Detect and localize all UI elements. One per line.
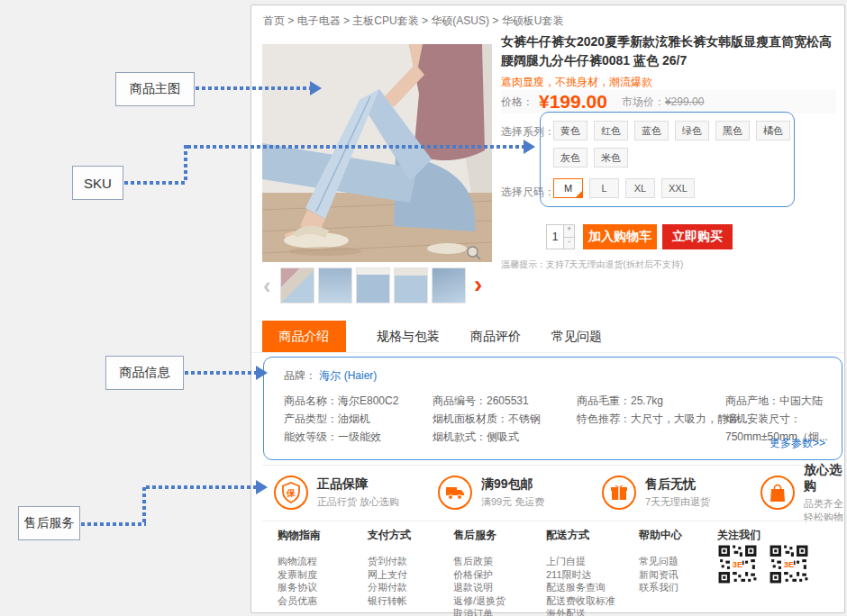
footer-col-title: 帮助中心	[639, 528, 682, 543]
info-item: 商品产地：中国大陆	[725, 392, 842, 410]
tab-faq[interactable]: 常见问题	[551, 321, 602, 352]
series-option[interactable]: 蓝色	[634, 121, 669, 140]
info-item: 商品名称：海尔E800C2	[284, 392, 398, 410]
annotation-line-main-image	[196, 86, 310, 90]
annotation-arrow-info	[256, 366, 268, 380]
size-option[interactable]: XL	[625, 178, 655, 198]
price-value: ¥199.00	[539, 91, 607, 113]
info-column-2: 商品编号：2605531 烟机面板材质：不锈钢 烟机款式：侧吸式	[433, 392, 541, 446]
quantity-input[interactable]: 1	[547, 225, 563, 249]
page: 首页 > 电子电器 > 主板CPU套装 > 华硕(ASUS) > 华硕板U套装	[0, 0, 847, 616]
annotation-line-aftersale-2	[142, 487, 146, 524]
thumbnail-5[interactable]	[432, 267, 466, 303]
footer-link[interactable]: 配送费收取标准	[546, 595, 615, 608]
size-option[interactable]: L	[589, 178, 619, 198]
service-badge-easy-shopping: 放心选购 品类齐全 轻松购物	[760, 471, 844, 514]
footer-link[interactable]: 新闻资讯	[639, 569, 682, 582]
series-option[interactable]: 黄色	[553, 121, 587, 140]
annotation-label-info: 商品信息	[105, 356, 184, 390]
footer-link[interactable]: 分期付款	[368, 582, 411, 594]
footer-link[interactable]: 配送服务查询	[546, 582, 615, 594]
footer-link[interactable]: 服务协议	[278, 582, 321, 594]
footer-link[interactable]: 会员优惠	[278, 595, 321, 608]
annotation-line-sku-3	[187, 145, 524, 149]
series-option[interactable]: 绿色	[675, 121, 709, 140]
footer-link[interactable]: 上门自提	[546, 556, 615, 568]
footer-link[interactable]: 联系我们	[639, 582, 682, 594]
brand-label: 品牌：	[284, 369, 316, 382]
product-info-box: 品牌： 海尔 (Haier) 商品名称：海尔E800C2 产品类型：油烟机 能效…	[263, 357, 842, 460]
thumbnail-2[interactable]	[318, 267, 352, 303]
footer-col-help: 帮助中心 常见问题 新闻资讯 联系我们	[639, 528, 682, 595]
footer-link[interactable]: 网上支付	[368, 569, 411, 582]
service-badge-free-shipping: 满99包邮 满99元 免运费	[438, 471, 544, 514]
annotation-line-sku-1	[124, 181, 187, 185]
size-option[interactable]: XXL	[661, 178, 695, 198]
breadcrumb[interactable]: 首页 > 电子电器 > 主板CPU套装 > 华硕(ASUS) > 华硕板U套装	[263, 14, 563, 29]
thumbnail-1[interactable]	[280, 267, 314, 303]
brand-link[interactable]: 海尔 (Haier)	[319, 369, 377, 382]
annotation-label-main-image: 商品主图	[115, 72, 195, 106]
thumbnail-next-icon[interactable]: ›	[474, 272, 482, 297]
footer-link[interactable]: 货到付款	[368, 556, 411, 568]
footer-link[interactable]: 常见问题	[639, 556, 682, 568]
footer-link[interactable]: 退款说明	[453, 582, 505, 594]
info-item: 商品编号：2605531	[433, 392, 541, 410]
shield-icon: 保	[274, 476, 308, 510]
series-option[interactable]: 米色	[594, 148, 628, 168]
footer-link[interactable]: 价格保护	[453, 569, 505, 582]
series-option[interactable]: 黑色	[715, 121, 750, 140]
footer-link[interactable]: 售后政策	[453, 556, 505, 568]
footer-link[interactable]: 取消订单	[453, 608, 505, 616]
thumbnail-strip	[280, 267, 466, 303]
tab-reviews[interactable]: 商品评价	[470, 321, 521, 352]
info-item: 烟机面板材质：不锈钢	[433, 410, 541, 428]
add-to-cart-button[interactable]: 加入购物车	[583, 224, 657, 249]
annotation-line-aftersale-3	[146, 485, 256, 489]
thumbnail-prev-icon[interactable]: ‹	[263, 274, 271, 297]
service-subtitle: 正品行货 放心选购	[317, 495, 399, 509]
series-option[interactable]: 橘色	[756, 121, 790, 140]
price-label: 价格：	[501, 95, 533, 110]
thumbnail-4[interactable]	[394, 267, 428, 303]
annotation-line-aftersale-1	[81, 522, 146, 526]
series-options-row-1: 黄色 红色 蓝色 绿色 黑色 橘色	[553, 121, 790, 140]
footer-link[interactable]: 发票制度	[278, 569, 321, 582]
truck-icon	[438, 476, 472, 510]
footer-link[interactable]: 海外配送	[546, 608, 615, 616]
product-detail-panel: 首页 > 电子电器 > 主板CPU套装 > 华硕(ASUS) > 华硕板U套装	[250, 5, 845, 613]
info-item: 烟机款式：侧吸式	[433, 428, 541, 446]
series-option[interactable]: 灰色	[553, 148, 587, 168]
market-price-value: ¥299.00	[665, 95, 704, 108]
footer-divider	[262, 521, 833, 521]
quantity-minus-icon[interactable]: -	[564, 238, 574, 249]
product-photo-illustration	[262, 44, 492, 262]
tab-product-intro[interactable]: 商品介绍	[262, 321, 346, 352]
buy-now-button[interactable]: 立即购买	[662, 224, 733, 249]
thumbnail-3[interactable]	[356, 267, 390, 303]
footer-col-aftersale: 售后服务 售后政策 价格保护 退款说明 返修/退换货 取消订单	[453, 528, 505, 616]
info-column-3: 商品毛重：25.7kg 特色推荐：大尺寸，大吸力，静音...	[577, 392, 748, 428]
product-promo-line: 遮肉显瘦，不挑身材，潮流爆款	[501, 75, 652, 90]
brand-row: 品牌： 海尔 (Haier)	[284, 368, 377, 384]
info-item: 特色推荐：大尺寸，大吸力，静音...	[577, 410, 748, 428]
info-item: 产品类型：油烟机	[284, 410, 398, 428]
footer-col-shopping-guide: 购物指南 购物流程 发票制度 服务协议 会员优惠	[278, 528, 321, 608]
footer-link[interactable]: 211限时达	[546, 569, 615, 582]
series-option[interactable]: 红色	[594, 121, 628, 140]
footer-link[interactable]: 返修/退换货	[453, 595, 505, 608]
zoom-magnifier-icon[interactable]	[466, 245, 482, 261]
svg-text:保: 保	[286, 488, 296, 498]
sku-highlight-box: 黄色 红色 蓝色 绿色 黑色 橘色 灰色 米色 M L XL XXL	[540, 112, 795, 207]
tab-spec-package[interactable]: 规格与包装	[377, 321, 440, 352]
product-main-image[interactable]	[262, 44, 492, 262]
service-subtitle: 7天无理由退货	[645, 495, 710, 509]
quantity-plus-icon[interactable]: +	[564, 225, 574, 238]
service-title: 放心选购	[804, 462, 844, 494]
footer-link[interactable]: 银行转帐	[368, 595, 411, 608]
annotation-arrow-sku	[524, 140, 535, 154]
service-subtitle: 品类齐全 轻松购物	[804, 497, 844, 524]
size-option-selected[interactable]: M	[553, 178, 583, 198]
more-params-link[interactable]: 更多参数>>	[770, 436, 825, 451]
footer-link[interactable]: 购物流程	[278, 556, 321, 568]
